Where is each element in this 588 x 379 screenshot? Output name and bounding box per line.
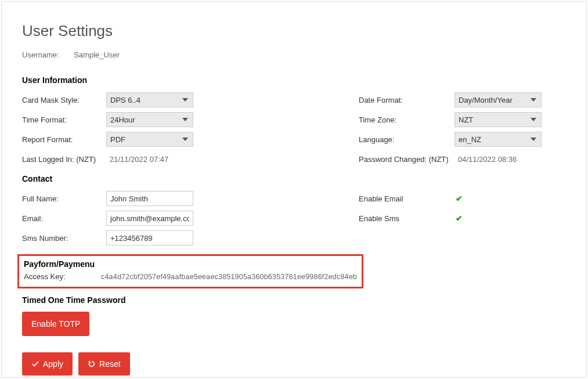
username-label: Username: xyxy=(22,50,59,59)
apply-button[interactable]: Apply xyxy=(22,352,73,376)
reset-icon xyxy=(88,360,96,368)
totp-section: Timed One Time Password Enable TOTP xyxy=(22,295,566,336)
contact-heading: Contact xyxy=(22,174,566,183)
user-info-grid: Card Mask Style: DPS 6..4 Time Format: 2… xyxy=(22,91,566,169)
email-input[interactable] xyxy=(106,211,193,226)
action-buttons: Apply Reset xyxy=(22,352,566,376)
access-key-label: Access Key: xyxy=(24,272,101,281)
contact-grid: Full Name: Email: Sms Number: Enable Ema… xyxy=(22,189,566,248)
enable-totp-label: Enable TOTP xyxy=(31,319,80,329)
report-format-select[interactable]: PDF xyxy=(106,132,193,147)
last-logged-label: Last Logged In: (NZT) xyxy=(22,155,106,164)
reset-button[interactable]: Reset xyxy=(78,352,130,376)
check-icon xyxy=(31,360,39,368)
language-select[interactable]: en_NZ xyxy=(454,132,542,147)
time-format-select[interactable]: 24Hour xyxy=(106,112,193,127)
enable-email-checkbox[interactable]: ✔ xyxy=(454,194,464,203)
user-info-right: Date Format: Day/Month/Year Time Zone: N… xyxy=(359,91,566,169)
card-mask-label: Card Mask Style: xyxy=(22,96,106,104)
pw-changed-label: Password Changed: (NZT) xyxy=(359,155,454,164)
enable-sms-checkbox[interactable]: ✔ xyxy=(454,214,464,223)
totp-heading: Timed One Time Password xyxy=(22,295,566,305)
sms-input[interactable] xyxy=(106,230,193,246)
check-icon: ✔ xyxy=(456,214,463,223)
date-format-select[interactable]: Day/Month/Year xyxy=(454,92,542,107)
payform-highlight: Payform/Paymenu Access Key: c4a4d72cbf20… xyxy=(17,254,363,288)
enable-sms-label: Enable Sms xyxy=(359,214,454,223)
contact-left: Full Name: Email: Sms Number: xyxy=(22,189,359,248)
email-label: Email: xyxy=(22,214,106,223)
reset-label: Reset xyxy=(99,359,121,369)
full-name-label: Full Name: xyxy=(22,194,106,203)
enable-email-label: Enable Email xyxy=(359,194,454,203)
username-value: Sample_User xyxy=(74,50,120,59)
last-logged-value: 21/11/2022 07:47 xyxy=(106,155,168,164)
sms-label: Sms Number: xyxy=(22,234,106,243)
check-icon: ✔ xyxy=(456,194,463,203)
full-name-input[interactable] xyxy=(106,191,193,206)
settings-panel: User Settings Username: Sample_User User… xyxy=(1,1,587,378)
time-zone-select[interactable]: NZT xyxy=(454,112,542,127)
user-info-heading: User Information xyxy=(22,75,566,85)
apply-label: Apply xyxy=(43,359,63,369)
enable-totp-button[interactable]: Enable TOTP xyxy=(22,312,89,336)
payform-heading: Payform/Paymenu xyxy=(24,259,357,269)
page-title: User Settings xyxy=(22,22,566,40)
report-format-label: Report Format: xyxy=(22,135,106,144)
language-label: Language: xyxy=(359,135,454,144)
username-row: Username: Sample_User xyxy=(22,50,566,59)
access-key-value: c4a4d72cbf2057ef49aafbae5eeaec3851905a36… xyxy=(101,273,357,281)
pw-changed-value: 04/11/2022 08:36 xyxy=(454,155,517,164)
card-mask-select[interactable]: DPS 6..4 xyxy=(106,92,193,107)
contact-right: Enable Email ✔ Enable Sms ✔ xyxy=(359,189,566,248)
user-info-left: Card Mask Style: DPS 6..4 Time Format: 2… xyxy=(22,91,359,169)
date-format-label: Date Format: xyxy=(359,96,454,104)
time-zone-label: Time Zone: xyxy=(359,115,454,124)
time-format-label: Time Format: xyxy=(22,115,106,124)
